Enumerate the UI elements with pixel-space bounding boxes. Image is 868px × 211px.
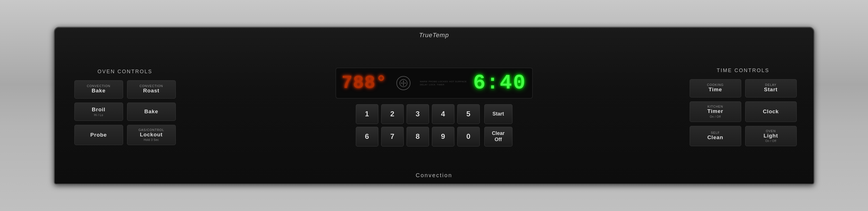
delay-start-button[interactable]: Delay Start bbox=[745, 79, 797, 97]
self-clean-main: Clean bbox=[707, 134, 723, 141]
cooking-time-subtitle: Cooking bbox=[707, 83, 724, 87]
time-controls-title: Time Controls bbox=[717, 68, 769, 73]
brand-label: TrueTemp bbox=[419, 32, 449, 39]
numpad-grid: 1 2 3 4 5 6 7 8 9 0 bbox=[356, 104, 480, 147]
broil-main: Broil bbox=[92, 107, 105, 113]
gas-lockout-button[interactable]: Gas/Control Lockout Hold 3 Sec bbox=[127, 125, 176, 145]
clock-button[interactable]: Clock bbox=[745, 101, 797, 122]
indicator-lock: LOCK bbox=[429, 83, 436, 86]
start-label: Start bbox=[492, 111, 504, 117]
gas-lockout-main: Lockout bbox=[140, 131, 163, 138]
gas-lockout-subtitle: Gas/Control bbox=[138, 128, 164, 131]
cooking-time-button[interactable]: Cooking Time bbox=[690, 79, 741, 97]
oven-buttons-grid: Convection Bake Convection Roast Broil H… bbox=[74, 80, 176, 145]
conv-roast-subtitle: Convection bbox=[140, 85, 163, 88]
delay-start-subtitle: Delay bbox=[765, 83, 776, 87]
num-5-button[interactable]: 5 bbox=[457, 104, 480, 124]
numpad-area: 1 2 3 4 5 6 7 8 9 0 Start bbox=[356, 104, 513, 147]
probe-main: Probe bbox=[90, 132, 107, 138]
display-left: 788° bbox=[342, 73, 388, 93]
bake-main: Bake bbox=[144, 109, 158, 115]
time-buttons-grid: Cooking Time Delay Start Kitchen Timer O… bbox=[690, 79, 797, 147]
indicator-warm: WARM bbox=[420, 80, 427, 83]
convection-label: Convection bbox=[415, 172, 452, 179]
kitchen-timer-button[interactable]: Kitchen Timer On / Off bbox=[690, 101, 741, 122]
indicator-row-1: WARM PROBE LOCKED HOT SURFACE bbox=[420, 80, 467, 83]
num-9-button[interactable]: 9 bbox=[432, 127, 455, 147]
convection-roast-button[interactable]: Convection Roast bbox=[127, 80, 176, 99]
num-4-button[interactable]: 4 bbox=[432, 104, 455, 124]
clock-main: Clock bbox=[763, 109, 779, 115]
oven-light-button[interactable]: Oven Light On / Off bbox=[745, 126, 797, 147]
num-2-button[interactable]: 2 bbox=[381, 104, 404, 124]
bake-button[interactable]: Bake bbox=[127, 102, 176, 121]
conv-bake-subtitle: Convection bbox=[87, 85, 110, 88]
kitchen-timer-main: Timer bbox=[707, 108, 723, 115]
clear-off-label: ClearOff bbox=[492, 130, 504, 143]
clear-off-button[interactable]: ClearOff bbox=[484, 127, 513, 147]
indicator-timer: TIMER bbox=[437, 83, 444, 86]
cooking-time-main: Time bbox=[709, 87, 722, 93]
clock-display: 6:40 bbox=[473, 71, 527, 95]
indicator-probe: PROBE LOCKED bbox=[429, 80, 448, 83]
self-clean-subtitle: Self bbox=[711, 131, 720, 134]
oven-controls-title: Oven Controls bbox=[97, 69, 152, 74]
center-section: 788° WARM bbox=[187, 68, 681, 147]
conv-roast-main: Roast bbox=[143, 88, 159, 94]
broil-button[interactable]: Broil Hi / Lo bbox=[74, 102, 123, 121]
delay-start-main: Start bbox=[764, 87, 778, 93]
oven-light-note: On / Off bbox=[766, 140, 776, 143]
time-controls-section: Time Controls Cooking Time Delay Start K… bbox=[690, 68, 797, 147]
kitchen-timer-note: On / Off bbox=[710, 115, 721, 118]
num-0-button[interactable]: 0 bbox=[457, 127, 480, 147]
probe-button[interactable]: Probe bbox=[74, 125, 123, 145]
indicator-delay: DELAY bbox=[420, 83, 428, 86]
conv-bake-main: Bake bbox=[92, 88, 105, 94]
oven-light-subtitle: Oven bbox=[766, 129, 776, 133]
start-button[interactable]: Start bbox=[484, 104, 513, 124]
num-1-button[interactable]: 1 bbox=[356, 104, 378, 124]
self-clean-button[interactable]: Self Clean bbox=[690, 126, 741, 147]
action-buttons: Start ClearOff bbox=[484, 104, 513, 147]
broil-note: Hi / Lo bbox=[94, 114, 103, 117]
oven-controls-section: Oven Controls Convection Bake Convection… bbox=[71, 69, 179, 145]
indicator-row-2: DELAY LOCK TIMER bbox=[420, 83, 467, 86]
num-6-button[interactable]: 6 bbox=[356, 127, 378, 147]
temperature-display: 788° bbox=[342, 73, 388, 93]
appliance-surround: TrueTemp Oven Controls Convection Bake C… bbox=[0, 0, 868, 211]
indicator-hot: HOT SURFACE bbox=[449, 80, 467, 83]
control-panel: TrueTemp Oven Controls Convection Bake C… bbox=[54, 27, 814, 184]
gas-lockout-note: Hold 3 Sec bbox=[144, 138, 159, 142]
display-area: 788° WARM bbox=[336, 68, 533, 99]
fan-icon bbox=[396, 76, 410, 90]
main-row: Oven Controls Convection Bake Convection… bbox=[55, 28, 814, 184]
oven-light-main: Light bbox=[764, 133, 778, 139]
kitchen-timer-subtitle: Kitchen bbox=[707, 105, 723, 108]
num-8-button[interactable]: 8 bbox=[406, 127, 429, 147]
convection-bake-button[interactable]: Convection Bake bbox=[74, 80, 123, 99]
svg-point-1 bbox=[403, 83, 404, 84]
display-indicators: WARM PROBE LOCKED HOT SURFACE DELAY LOCK… bbox=[420, 80, 467, 86]
num-7-button[interactable]: 7 bbox=[381, 127, 404, 147]
num-3-button[interactable]: 3 bbox=[406, 104, 429, 124]
